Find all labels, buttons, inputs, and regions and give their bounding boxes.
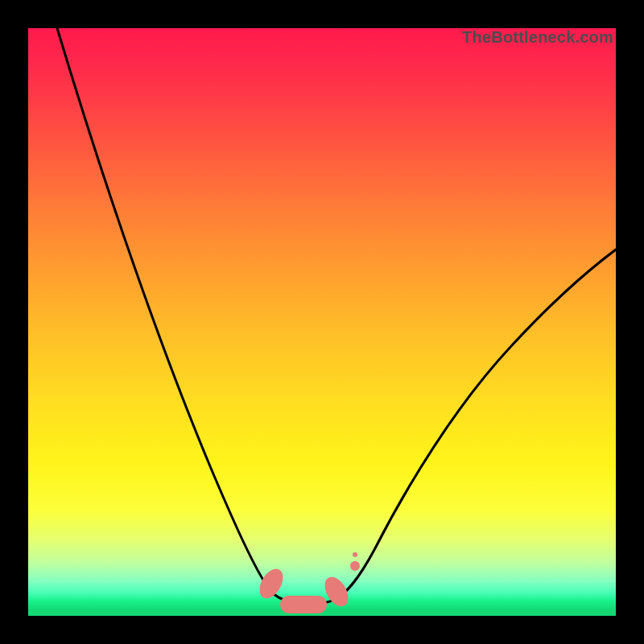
marker-d-dot: [353, 552, 357, 557]
marker-b: [280, 596, 327, 613]
bottleneck-curve: [28, 28, 616, 616]
chart-frame: TheBottleneck.com: [0, 0, 644, 644]
curve-markers: [255, 552, 360, 613]
plot-area: [28, 28, 616, 616]
marker-d: [350, 561, 360, 571]
marker-a: [255, 565, 288, 603]
curve-path: [57, 28, 616, 604]
watermark-text: TheBottleneck.com: [462, 28, 613, 47]
